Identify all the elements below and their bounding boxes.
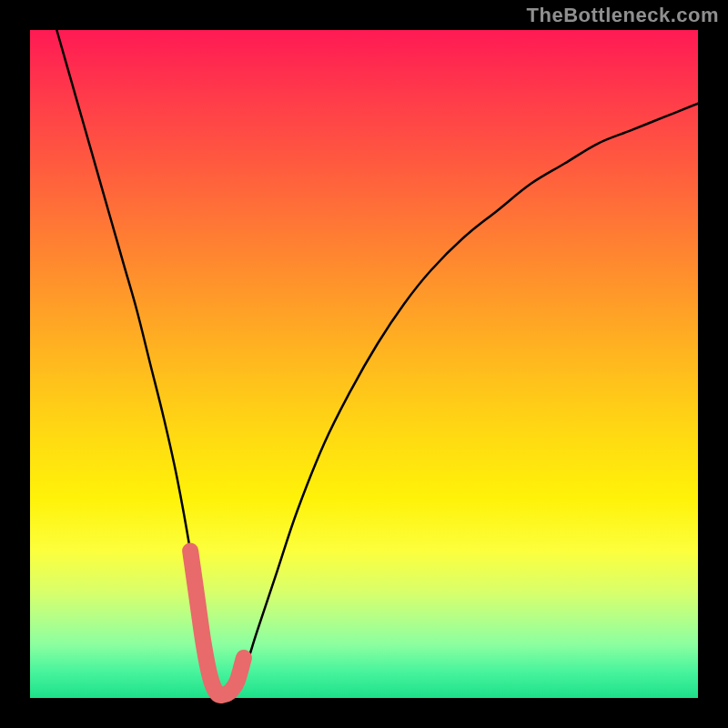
outer-frame: TheBottleneck.com — [0, 0, 728, 728]
watermark-text: TheBottleneck.com — [527, 4, 719, 27]
bottleneck-curve — [56, 30, 698, 695]
sweet-spot-highlight — [190, 551, 244, 695]
curve-svg — [30, 30, 698, 698]
